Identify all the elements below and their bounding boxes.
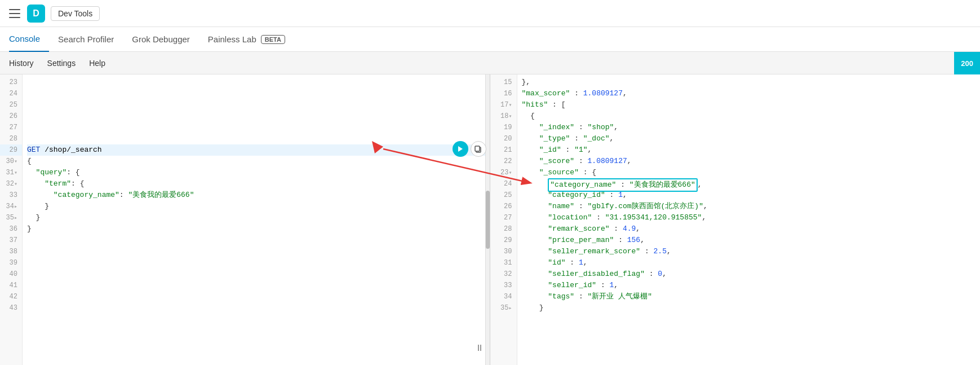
resp-line: "_index" : "shop", (522, 122, 981, 133)
resp-line-num: 16 (490, 88, 517, 99)
response-panel: 15 16 17▾ 18▾ 19 20 21 22 23▾ 24 25 26 2… (490, 74, 981, 365)
main-content: 23 24 25 26 27 28 29 30▾ 31▾ 32▾ 33 34▸ … (0, 74, 980, 365)
response-code-area: }, "max_score" : 1.0809127, "hits" : [ {… (517, 74, 981, 365)
line-num: 23 (0, 77, 22, 88)
editor-action-buttons (453, 141, 486, 157)
resp-line-num: 18▾ (490, 111, 517, 122)
line-num: 25 (0, 99, 22, 111)
resp-line-num: 19 (490, 122, 517, 133)
code-line-method: GET /shop/_search (27, 144, 490, 156)
code-line (27, 122, 490, 133)
copy-button[interactable] (471, 141, 486, 157)
code-line (27, 246, 490, 257)
response-content: 15 16 17▾ 18▾ 19 20 21 22 23▾ 24 25 26 2… (490, 74, 981, 365)
resp-line: "max_score" : 1.0809127, (522, 88, 981, 99)
dev-tools-button[interactable]: Dev Tools (51, 6, 100, 21)
code-line (27, 99, 490, 111)
line-num: 24 (0, 88, 22, 99)
resp-line-num: 26 (490, 201, 517, 212)
line-num-active: 29 (0, 144, 22, 156)
code-line (27, 88, 490, 99)
resp-line-num: 28 (490, 223, 517, 235)
editor-line-numbers: 23 24 25 26 27 28 29 30▾ 31▾ 32▾ 33 34▸ … (0, 74, 23, 365)
resp-line-num: 23▾ (490, 167, 517, 178)
code-line (27, 111, 490, 122)
resp-line-num: 25 (490, 190, 517, 201)
code-line: } (27, 212, 490, 223)
top-bar: D Dev Tools (0, 0, 980, 27)
line-num: 28 (0, 133, 22, 144)
code-line (27, 280, 490, 291)
resp-line: "category_id" : 1, (522, 190, 981, 201)
resp-line-highlighted: "category_name" : "美食我的最爱666", (522, 178, 981, 190)
resp-line: "price_per_man" : 156, (522, 235, 981, 246)
line-num: 36 (0, 223, 22, 235)
resp-line: } (522, 302, 981, 314)
response-line-numbers: 15 16 17▾ 18▾ 19 20 21 22 23▾ 24 25 26 2… (490, 74, 517, 365)
line-num: 34▸ (0, 201, 22, 212)
editor-panel[interactable]: 23 24 25 26 27 28 29 30▾ 31▾ 32▾ 33 34▸ … (0, 74, 490, 365)
resp-line-num: 15 (490, 77, 517, 88)
resp-line-num: 27 (490, 212, 517, 223)
editor-code-area[interactable]: GET /shop/_search { "query": { "term": {… (23, 74, 490, 365)
resp-line: "_source" : { (522, 167, 981, 178)
send-request-button[interactable] (453, 141, 468, 157)
code-line: } (27, 201, 490, 212)
resp-line: "seller_disabled_flag" : 0, (522, 269, 981, 280)
code-line (27, 291, 490, 302)
code-line (27, 302, 490, 314)
sub-nav-help[interactable]: Help (82, 52, 112, 74)
line-num: 35▸ (0, 212, 22, 223)
resp-line-num: 20 (490, 133, 517, 144)
line-num: 39 (0, 257, 22, 269)
line-num: 27 (0, 122, 22, 133)
pause-icon: ⏸ (475, 343, 484, 354)
resp-line: "seller_id" : 1, (522, 280, 981, 291)
code-line: "query": { (27, 167, 490, 178)
resp-line-num: 29 (490, 235, 517, 246)
copy-icon (475, 145, 482, 153)
resp-line-num: 34 (490, 291, 517, 302)
resp-line: }, (522, 77, 981, 88)
beta-badge: BETA (261, 35, 285, 44)
resp-line-num: 24 (490, 178, 517, 190)
avatar: D (27, 5, 45, 23)
line-num: 31▾ (0, 167, 22, 178)
resp-line: "hits" : [ (522, 99, 981, 111)
code-line (27, 235, 490, 246)
line-num: 43 (0, 302, 22, 314)
nav-tabs: Console Search Profiler Grok Debugger Pa… (0, 27, 980, 52)
resp-line-num: 31 (490, 257, 517, 269)
code-line (27, 257, 490, 269)
code-line: } (27, 223, 490, 235)
status-code-badge: 200 (954, 52, 980, 74)
resp-line: "location" : "31.195341,120.915855", (522, 212, 981, 223)
svg-rect-2 (475, 146, 480, 151)
code-line: { (27, 156, 490, 167)
sub-nav: History Settings Help 200 (0, 52, 980, 74)
tab-painless-lab[interactable]: Painless Lab BETA (199, 27, 294, 52)
line-num: 42 (0, 291, 22, 302)
tab-console[interactable]: Console (9, 27, 49, 52)
sub-nav-settings[interactable]: Settings (41, 52, 83, 74)
tab-grok-debugger[interactable]: Grok Debugger (123, 27, 199, 52)
editor-scrollbar[interactable] (485, 74, 490, 365)
scrollbar-thumb (486, 191, 490, 249)
code-line (27, 133, 490, 144)
resp-line-num: 32 (490, 269, 517, 280)
resp-line-num: 17▾ (490, 99, 517, 111)
hamburger-menu[interactable] (9, 9, 20, 18)
tab-search-profiler[interactable]: Search Profiler (49, 27, 123, 52)
resp-line: "name" : "gblfy.com陕西面馆(北京亦庄)", (522, 201, 981, 212)
resp-line-num: 22 (490, 156, 517, 167)
line-num: 40 (0, 269, 22, 280)
resp-line: "_score" : 1.0809127, (522, 156, 981, 167)
sub-nav-history[interactable]: History (9, 52, 41, 74)
play-icon (456, 145, 464, 153)
editor-content: 23 24 25 26 27 28 29 30▾ 31▾ 32▾ 33 34▸ … (0, 74, 490, 365)
resp-line: "id" : 1, (522, 257, 981, 269)
code-line (27, 269, 490, 280)
line-num: 32▾ (0, 178, 22, 190)
line-num: 41 (0, 280, 22, 291)
resp-line: "seller_remark_score" : 2.5, (522, 246, 981, 257)
